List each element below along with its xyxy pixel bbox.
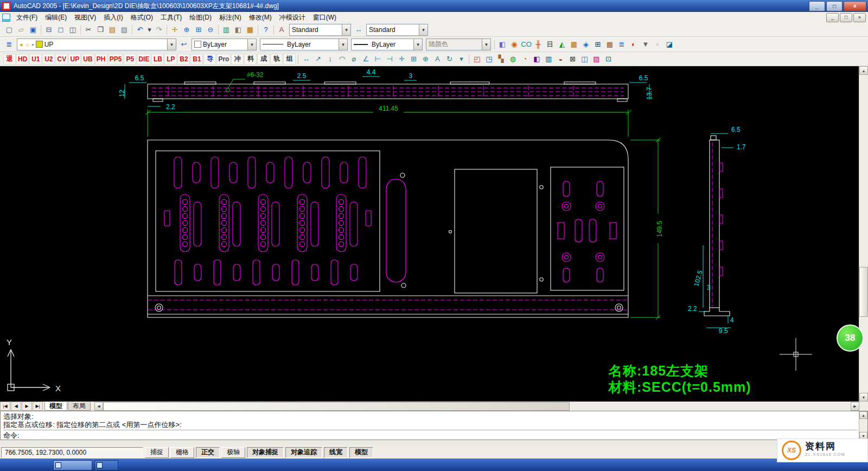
- color-combo[interactable]: ByLayer ▾: [192, 39, 257, 50]
- menu-item-10[interactable]: 冲模设计: [276, 12, 309, 23]
- text-style-combo[interactable]: Standard ▾: [289, 24, 351, 36]
- die-button-LB[interactable]: LB: [151, 54, 164, 65]
- combo-arrow-icon[interactable]: ▾: [339, 39, 347, 50]
- status-toggle-正交[interactable]: 正交: [196, 447, 220, 458]
- tool-palettes-icon[interactable]: ▦: [244, 24, 256, 36]
- tab-nav-button-1[interactable]: |◀: [0, 402, 10, 411]
- osnap-settings-icon[interactable]: ╫: [532, 39, 544, 50]
- notification-badge[interactable]: 38: [837, 324, 864, 352]
- command-prompt[interactable]: 命令:: [3, 431, 858, 440]
- trim-icon[interactable]: ⊠: [566, 53, 578, 65]
- layout-icon[interactable]: ◫: [578, 53, 590, 65]
- cad-drawing[interactable]: 6.5 12 2.2 #6-32 2.5 4.4 3 6.5 13.7 411.…: [0, 66, 859, 402]
- menu-item-6[interactable]: 工具(T): [157, 12, 186, 23]
- die-button-B2[interactable]: B2: [177, 54, 190, 65]
- doc-close-button[interactable]: ×: [853, 13, 866, 22]
- center-mark-icon[interactable]: ⊕: [419, 53, 431, 65]
- die-button-组[interactable]: 组: [283, 54, 296, 65]
- die-button-CV[interactable]: CV: [55, 54, 68, 65]
- die-button-U1[interactable]: U1: [29, 54, 42, 65]
- die-button-料[interactable]: 料: [244, 54, 257, 65]
- zoom-previous-icon[interactable]: ⊖: [205, 24, 216, 36]
- die-button-PP5[interactable]: PP5: [108, 54, 124, 65]
- dimension-update-icon[interactable]: ↻: [443, 53, 455, 65]
- dim-style-icon[interactable]: ↔: [353, 24, 365, 36]
- undo-dropdown-icon[interactable]: ▾: [146, 24, 153, 36]
- list-icon[interactable]: 目: [544, 39, 556, 50]
- scroll-left-icon[interactable]: ◀: [94, 402, 103, 411]
- pan-icon[interactable]: ✛: [169, 24, 181, 36]
- menu-item-3[interactable]: 视图(V): [71, 12, 100, 23]
- linetype-combo[interactable]: ByLayer ▾: [260, 39, 348, 50]
- status-toggle-线宽[interactable]: 线宽: [324, 447, 348, 458]
- copy-icon[interactable]: ❐: [94, 24, 106, 36]
- layer-properties-icon[interactable]: ≣: [3, 39, 15, 50]
- layer-combo[interactable]: ● ☼ ▪ UP ▾: [17, 39, 176, 50]
- cut-icon[interactable]: ✂: [82, 24, 94, 36]
- tab-nav-button-2[interactable]: ◀: [11, 402, 21, 411]
- taskbar-button[interactable]: [94, 460, 118, 470]
- bend-icon[interactable]: ◔: [519, 53, 531, 65]
- menu-item-1[interactable]: 文件(F): [12, 12, 41, 23]
- scroll-up-icon[interactable]: ▲: [859, 411, 867, 419]
- table-icon[interactable]: ⊞: [592, 39, 604, 50]
- vertical-scrollbar[interactable]: ▲ ▼: [859, 66, 868, 402]
- doc-restore-button[interactable]: □: [840, 13, 852, 22]
- menu-item-4[interactable]: 插入(I): [100, 12, 126, 23]
- command-window[interactable]: 选择对象:指定基点或位移: 指定位移的第二点或 <用第一点作位移>: 命令: ▲…: [0, 411, 868, 440]
- horizontal-scroll-thumb[interactable]: [103, 402, 570, 411]
- linear-dimension-icon[interactable]: ↔: [300, 53, 312, 65]
- command-scrollbar[interactable]: ▲ ▼: [859, 411, 867, 440]
- quick-leader-icon[interactable]: ✛: [395, 53, 407, 65]
- die-button-DIE[interactable]: DIE: [137, 54, 151, 65]
- dim-style-combo[interactable]: Standard ▾: [366, 24, 428, 36]
- combo-arrow-icon[interactable]: ▾: [413, 39, 422, 50]
- die-button-轨[interactable]: 轨: [270, 54, 283, 65]
- menu-item-2[interactable]: 编辑(E): [41, 12, 71, 23]
- tolerance-icon[interactable]: ⊞: [407, 53, 419, 65]
- punch-icon[interactable]: ◳: [483, 53, 495, 65]
- form-icon[interactable]: ◧: [531, 53, 542, 65]
- die-button-LP[interactable]: LP: [164, 54, 177, 65]
- die-button-U2[interactable]: U2: [42, 54, 55, 65]
- publish-icon[interactable]: ◫: [67, 24, 79, 36]
- die-button-Pro[interactable]: Pro: [216, 54, 231, 65]
- tab-布局[interactable]: 布局: [68, 402, 91, 411]
- die-button-UB[interactable]: UB: [81, 54, 94, 65]
- properties-icon[interactable]: ▥: [220, 24, 232, 36]
- die-button-UP[interactable]: UP: [68, 54, 81, 65]
- horizontal-scrollbar[interactable]: ◀ ▶: [94, 402, 859, 411]
- help-icon[interactable]: ?: [260, 24, 272, 36]
- status-toggle-栅格[interactable]: 栅格: [170, 447, 194, 458]
- attach-xref-icon[interactable]: ◉: [508, 39, 520, 50]
- match-properties-icon[interactable]: ▨: [118, 24, 130, 36]
- dimension-text-edit-icon[interactable]: A: [431, 53, 443, 65]
- zoom-window-icon[interactable]: ⊞: [193, 24, 205, 36]
- status-toggle-极轴[interactable]: 极轴: [221, 447, 245, 458]
- open-icon[interactable]: ▱: [15, 24, 27, 36]
- boundary-icon[interactable]: ▩: [604, 39, 616, 50]
- tab-nav-button-4[interactable]: ▶|: [33, 402, 43, 411]
- paste-icon[interactable]: ▤: [106, 24, 118, 36]
- zoom-realtime-icon[interactable]: ⊕: [181, 24, 193, 36]
- scroll-down-icon[interactable]: ▼: [859, 393, 868, 402]
- diameter-dimension-icon[interactable]: ⌀: [348, 53, 360, 65]
- menu-item-5[interactable]: 格式(O): [127, 12, 157, 23]
- plate-icon[interactable]: ▥: [542, 53, 554, 65]
- die-button-PH[interactable]: PH: [95, 54, 107, 65]
- die-button-退[interactable]: 退: [3, 54, 16, 65]
- make-block-icon[interactable]: ◧: [496, 39, 508, 50]
- minimize-button[interactable]: _: [809, 1, 825, 11]
- hole-chart-icon[interactable]: ▨: [590, 53, 602, 65]
- ordinate-dimension-icon[interactable]: ↕: [324, 53, 336, 65]
- tab-nav-button-3[interactable]: ▶: [22, 402, 32, 411]
- combo-arrow-icon[interactable]: ▾: [167, 39, 176, 50]
- aligned-dimension-icon[interactable]: ↗: [312, 53, 324, 65]
- wipeout-icon[interactable]: ▼: [640, 39, 652, 50]
- combo-arrow-icon[interactable]: ▾: [247, 39, 256, 50]
- die-button-成[interactable]: 成: [257, 54, 270, 65]
- menu-item-11[interactable]: 窗口(W): [309, 12, 340, 23]
- redo-icon[interactable]: ↷: [153, 24, 165, 36]
- continue-dimension-icon[interactable]: ⊣: [384, 53, 395, 65]
- layer-previous-icon[interactable]: ↩: [178, 39, 190, 50]
